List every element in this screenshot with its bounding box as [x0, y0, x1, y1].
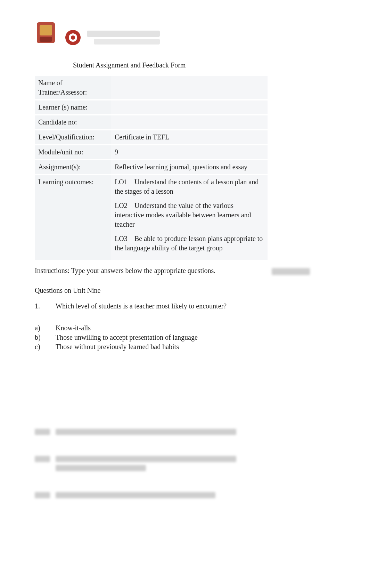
outcomes-label: Learning outcomes: [35, 175, 111, 260]
learner-value[interactable] [111, 100, 268, 115]
lo2-tag: LO2 [115, 201, 133, 210]
level-label: Level/Qualification: [35, 130, 111, 145]
instructions: Instructions: Type your answers below th… [35, 266, 265, 275]
assignment-label: Assignment(s): [35, 160, 111, 175]
module-value: 9 [111, 145, 268, 160]
option-text: Know-it-alls [56, 323, 91, 333]
obscured-question-3 [35, 455, 265, 472]
option-letter: a) [35, 323, 56, 333]
obscured-question-2 [35, 428, 265, 436]
q1-options: a) Know-it-alls b) Those unwilling to ac… [35, 323, 265, 352]
main-column: Instructions: Type your answers below th… [35, 266, 265, 518]
outcomes-value: LO1 Understand the contents of a lesson … [111, 175, 268, 260]
svg-rect-7 [94, 39, 160, 45]
candidate-value[interactable] [111, 115, 268, 130]
lo1: LO1 Understand the contents of a lesson … [115, 177, 264, 196]
lo1-tag: LO1 [115, 177, 133, 187]
svg-rect-2 [40, 37, 52, 42]
question-1: 1. Which level of students is a teacher … [35, 301, 265, 311]
learner-label: Learner (s) name: [35, 100, 111, 115]
candidate-label: Candidate no: [35, 115, 111, 130]
obscured-questions [35, 428, 265, 499]
module-label: Module/unit no: [35, 145, 111, 160]
info-table: Name of Trainer/Assessor: Learner (s) na… [35, 76, 268, 261]
option-letter: b) [35, 333, 56, 342]
assignment-value: Reflective learning journal, questions a… [111, 160, 268, 175]
lo1-text: Understand the contents of a lesson plan… [115, 178, 259, 195]
q1-option-c[interactable]: c) Those without previously learned bad … [35, 342, 265, 352]
svg-rect-1 [40, 25, 52, 35]
logo-svg [35, 17, 174, 51]
option-letter: c) [35, 342, 56, 352]
lo2: LO2 Understand the value of the various … [115, 201, 264, 229]
feedback-column [272, 266, 334, 275]
feedback-label [272, 268, 310, 275]
q1-number: 1. [35, 301, 56, 311]
svg-rect-6 [87, 31, 160, 37]
trainer-label: Name of Trainer/Assessor: [35, 76, 111, 100]
svg-point-5 [71, 35, 75, 40]
q1-option-a[interactable]: a) Know-it-alls [35, 323, 265, 333]
lo3-tag: LO3 [115, 234, 133, 243]
option-text: Those without previously learned bad hab… [56, 342, 179, 352]
q1-option-b[interactable]: b) Those unwilling to accept presentatio… [35, 333, 265, 342]
logo [35, 17, 334, 51]
level-value: Certificate in TEFL [111, 130, 268, 145]
lo3-text: Be able to produce lesson plans appropri… [115, 235, 263, 252]
trainer-value[interactable] [111, 76, 268, 100]
lower-section: Instructions: Type your answers below th… [35, 266, 334, 518]
section-heading: Questions on Unit Nine [35, 286, 265, 295]
form-title: Student Assignment and Feedback Form [73, 61, 334, 70]
q1-text: Which level of students is a teacher mos… [56, 301, 227, 311]
option-text: Those unwilling to accept presentation o… [56, 333, 198, 342]
obscured-question-4 [35, 491, 265, 499]
lo2-text: Understand the value of the various inte… [115, 202, 251, 228]
lo3: LO3 Be able to produce lesson plans appr… [115, 234, 264, 253]
